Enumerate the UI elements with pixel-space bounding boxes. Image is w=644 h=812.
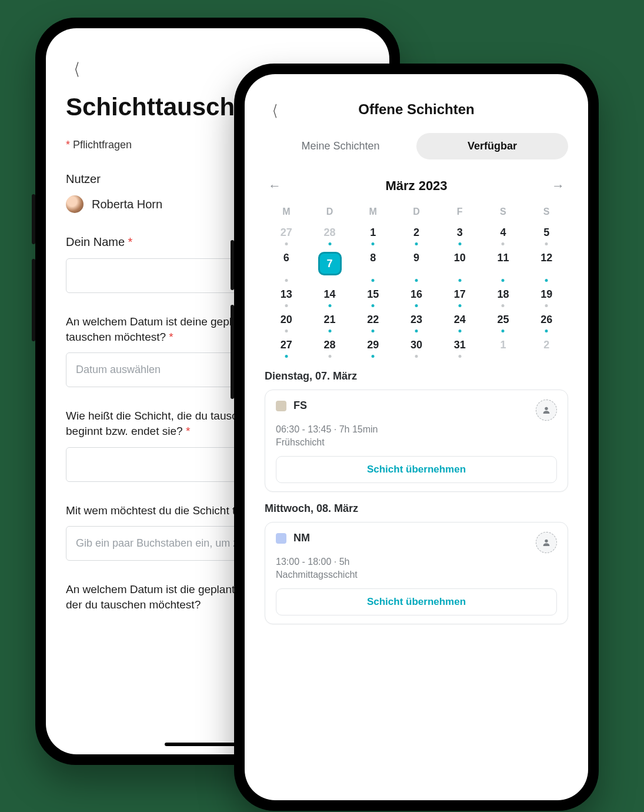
topbar: 〈 Offene Schichten — [265, 101, 568, 118]
next-month-icon[interactable]: → — [548, 176, 568, 196]
calendar-day[interactable]: 15 — [351, 285, 395, 310]
day-number: 5 — [543, 227, 549, 238]
calendar-day[interactable]: 8 — [351, 248, 395, 285]
day-number: 17 — [454, 288, 466, 300]
asterisk-icon: * — [128, 235, 133, 248]
shift-name: Nachmittagsschicht — [276, 570, 557, 580]
day-dot-icon — [285, 330, 288, 332]
phone-right: 〈 Offene Schichten Meine Schichten Verfü… — [234, 64, 599, 811]
day-dot-icon — [328, 242, 331, 245]
calendar-day[interactable]: 26 — [525, 310, 568, 335]
calendar-day[interactable]: 28 — [308, 335, 352, 361]
calendar-day[interactable]: 9 — [395, 248, 438, 285]
calendar-dow: MDMDFSS — [265, 203, 568, 223]
calendar-day[interactable]: 25 — [482, 310, 525, 335]
day-number: 28 — [324, 227, 336, 238]
day-number: 23 — [411, 314, 422, 325]
person-icon[interactable] — [536, 400, 557, 421]
day-number: 29 — [367, 339, 379, 351]
person-icon[interactable] — [536, 532, 557, 553]
svg-point-0 — [545, 407, 548, 410]
calendar-day[interactable]: 30 — [395, 335, 438, 361]
dow-label: S — [525, 203, 568, 223]
calendar-day[interactable]: 23 — [395, 310, 438, 335]
calendar-day[interactable]: 6 — [265, 248, 308, 285]
back-icon[interactable]: 〈 — [68, 59, 80, 81]
calendar-day[interactable]: 17 — [438, 285, 482, 310]
calendar-day[interactable]: 18 — [482, 285, 525, 310]
day-dot-icon — [502, 279, 505, 282]
month-label: März 2023 — [385, 178, 447, 194]
calendar-day[interactable]: 13 — [265, 285, 308, 310]
calendar-day[interactable]: 16 — [395, 285, 438, 310]
day-dot-icon — [328, 330, 331, 332]
day-number: 11 — [497, 252, 509, 264]
calendar-day[interactable]: 27 — [265, 223, 308, 248]
day-number: 15 — [367, 288, 379, 300]
calendar-day[interactable]: 31 — [438, 335, 482, 361]
day-number: 18 — [497, 288, 509, 300]
back-icon[interactable]: 〈 — [267, 101, 278, 122]
shift-card[interactable]: NM13:00 - 18:00 · 5hNachmittagsschichtSc… — [265, 522, 568, 624]
calendar-day[interactable]: 19 — [525, 285, 568, 310]
take-shift-button[interactable]: Schicht übernehmen — [276, 588, 557, 615]
calendar-day[interactable]: 2 — [525, 335, 568, 361]
calendar-day[interactable]: 22 — [351, 310, 395, 335]
day-dot-icon — [458, 279, 461, 282]
day-dot-icon — [545, 242, 548, 245]
dow-label: M — [265, 203, 308, 223]
day-dot-icon — [415, 330, 418, 332]
calendar-day[interactable]: 28 — [308, 223, 352, 248]
day-number: 27 — [281, 339, 292, 351]
asterisk-icon: * — [186, 425, 190, 437]
day-number: 2 — [413, 227, 419, 238]
month-nav: ← März 2023 → — [265, 176, 568, 196]
day-dot-icon — [285, 242, 288, 245]
calendar-day[interactable]: 11 — [482, 248, 525, 285]
take-shift-button[interactable]: Schicht übernehmen — [276, 456, 557, 483]
day-dot-icon — [372, 355, 375, 358]
user-name: Roberta Horn — [92, 198, 162, 211]
day-dot-icon — [372, 304, 375, 307]
color-swatch-icon — [276, 533, 286, 544]
day-number: 16 — [411, 288, 422, 300]
tab-my-shifts[interactable]: Meine Schichten — [265, 133, 416, 159]
calendar-day[interactable]: 3 — [438, 223, 482, 248]
tab-available[interactable]: Verfügbar — [416, 133, 568, 159]
calendar-day[interactable]: 12 — [525, 248, 568, 285]
shift-card[interactable]: FS06:30 - 13:45 · 7h 15minFrühschichtSch… — [265, 390, 568, 492]
dow-label: D — [395, 203, 438, 223]
shift-code: FS — [293, 400, 307, 412]
calendar-day[interactable]: 14 — [308, 285, 352, 310]
day-number: 30 — [411, 339, 422, 351]
calendar-day[interactable]: 29 — [351, 335, 395, 361]
dow-label: F — [438, 203, 482, 223]
calendar-day[interactable]: 1 — [482, 335, 525, 361]
shift-code: NM — [293, 532, 310, 544]
day-number: 6 — [283, 252, 289, 264]
day-number: 22 — [367, 314, 379, 325]
color-swatch-icon — [276, 401, 286, 411]
day-number: 10 — [454, 252, 466, 264]
shift-time: 13:00 - 18:00 · 5h — [276, 557, 557, 567]
screen-right: 〈 Offene Schichten Meine Schichten Verfü… — [245, 74, 588, 800]
calendar-day[interactable]: 24 — [438, 310, 482, 335]
calendar-day[interactable]: 27 — [265, 335, 308, 361]
prev-month-icon[interactable]: ← — [265, 176, 285, 196]
day-dot-icon — [458, 304, 461, 307]
calendar-day[interactable]: 5 — [525, 223, 568, 248]
shift-card-head: NM — [276, 532, 557, 553]
calendar-day[interactable]: 10 — [438, 248, 482, 285]
calendar-day[interactable]: 2 — [395, 223, 438, 248]
calendar-day[interactable]: 1 — [351, 223, 395, 248]
day-dot-icon — [328, 277, 331, 279]
day-dot-icon — [328, 355, 331, 358]
calendar-day[interactable]: 4 — [482, 223, 525, 248]
day-dot-icon — [415, 355, 418, 358]
shift-card-head: FS — [276, 400, 557, 421]
day-dot-icon — [372, 330, 375, 332]
calendar-day[interactable]: 20 — [265, 310, 308, 335]
calendar-day[interactable]: 7 — [308, 248, 352, 285]
calendar-day[interactable]: 21 — [308, 310, 352, 335]
day-number: 2 — [543, 339, 549, 351]
